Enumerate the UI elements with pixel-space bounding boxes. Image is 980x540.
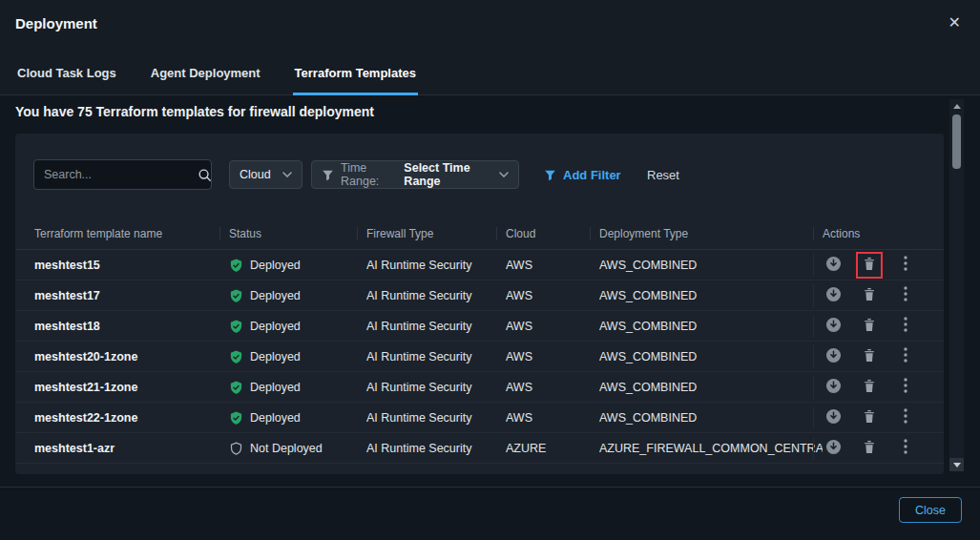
firewall-type: AI Runtime Security [366,320,506,333]
search-input[interactable] [44,168,198,181]
redeploy-download-button[interactable] [823,346,844,367]
delete-button[interactable] [859,377,880,398]
delete-button[interactable] [859,438,880,459]
table-row: meshtest1-azr Not Deployed AI Runtime Se… [15,433,944,464]
tab-cloud-task-logs[interactable]: Cloud Task Logs [15,66,118,95]
kebab-menu-icon [904,317,907,335]
delete-button[interactable] [859,407,880,428]
status-cell: Deployed [229,319,366,334]
trash-icon [863,348,876,365]
cloud-value: AWS [506,289,599,302]
more-actions-button[interactable] [895,285,916,306]
delete-button[interactable] [859,255,880,276]
templates-panel: Cloud Time Range: Select Time Range Add … [15,134,944,474]
circle-arrow-down-icon [825,286,842,305]
tab-agent-deployment[interactable]: Agent Deployment [149,66,262,95]
actions-cell [823,346,925,367]
close-button[interactable]: Close [899,497,962,523]
search-icon [198,168,212,182]
actions-cell [823,255,925,276]
table-row: meshtest18 Deployed AI Runtime Security … [15,311,944,342]
arrow-down-icon [953,463,961,467]
status-label: Deployed [250,381,301,394]
firewall-type: AI Runtime Security [366,289,506,302]
delete-button[interactable] [859,346,880,367]
vertical-scrollbar[interactable] [949,99,964,471]
shield-check-icon [229,380,243,395]
cloud-dropdown-value: Cloud [240,168,271,181]
redeploy-download-button[interactable] [823,407,844,428]
more-actions-button[interactable] [895,346,916,367]
status-cell: Deployed [229,258,366,273]
time-range-value: Select Time Range [404,161,492,188]
table-body: meshtest15 Deployed AI Runtime Security … [15,250,944,464]
column-header-template-name: Terraform template name [34,227,229,240]
deployment-type: AWS_COMBINED [599,350,823,363]
add-filter-button[interactable]: Add Filter [544,160,621,189]
scrollbar-thumb[interactable] [952,114,961,169]
more-actions-button[interactable] [895,316,916,337]
deployment-type: AWS_COMBINED [599,381,823,394]
status-label: Deployed [250,350,301,363]
status-cell: Not Deployed [229,441,366,456]
redeploy-download-button[interactable] [823,377,844,398]
time-range-dropdown[interactable]: Time Range: Select Time Range [311,160,519,189]
status-cell: Deployed [229,288,366,303]
actions-cell [823,377,925,398]
circle-arrow-down-icon [825,256,842,275]
status-cell: Deployed [229,349,366,364]
scroll-up-button[interactable] [949,99,964,113]
deployment-type: AWS_COMBINED [599,320,823,333]
shield-check-icon [229,258,243,273]
scroll-down-button[interactable] [949,458,964,471]
cloud-value: AWS [506,320,599,333]
status-label: Deployed [250,259,301,272]
template-name: meshtest15 [34,259,229,272]
table-row: meshtest15 Deployed AI Runtime Security … [15,250,944,280]
templates-table: Terraform template name Status Firewall … [15,218,944,464]
template-name: meshtest1-azr [34,442,229,455]
firewall-type: AI Runtime Security [366,259,506,272]
column-header-cloud: Cloud [506,227,599,240]
delete-button[interactable] [859,285,880,306]
circle-arrow-down-icon [825,378,842,397]
delete-button[interactable] [859,316,880,337]
table-header-row: Terraform template name Status Firewall … [15,218,944,250]
deployment-type: AWS_COMBINED [599,259,823,272]
summary-text: You have 75 Terraform templates for fire… [15,104,374,119]
chevron-down-icon [499,172,509,177]
kebab-menu-icon [904,347,907,365]
actions-cell [823,407,925,428]
cloud-value: AWS [506,411,599,425]
shield-check-icon [229,319,243,334]
cloud-dropdown[interactable]: Cloud [229,160,302,189]
add-filter-label: Add Filter [563,168,621,182]
circle-arrow-down-icon [825,347,842,366]
more-actions-button[interactable] [895,377,916,398]
redeploy-download-button[interactable] [823,438,844,459]
more-actions-button[interactable] [895,438,916,459]
status-cell: Deployed [229,380,366,395]
kebab-menu-icon [904,286,907,304]
actions-cell [823,285,925,306]
tab-terraform-templates[interactable]: Terraform Templates [293,66,418,95]
cloud-value: AWS [506,259,599,272]
modal-title: Deployment [15,15,97,31]
redeploy-download-button[interactable] [823,285,844,306]
firewall-type: AI Runtime Security [366,442,506,455]
more-actions-button[interactable] [895,255,916,276]
chevron-down-icon [282,172,292,177]
redeploy-download-button[interactable] [823,255,844,276]
column-header-status: Status [229,227,366,240]
template-name: meshtest18 [34,320,229,333]
actions-cell [823,316,925,337]
redeploy-download-button[interactable] [823,316,844,337]
table-row: meshtest21-1zone Deployed AI Runtime Sec… [15,372,944,403]
funnel-icon [544,169,556,181]
shield-check-icon [229,410,243,426]
more-actions-button[interactable] [895,407,916,428]
reset-button[interactable]: Reset [647,160,679,189]
kebab-menu-icon [904,408,907,426]
close-icon[interactable]: ✕ [949,15,961,31]
status-label: Deployed [250,320,301,333]
